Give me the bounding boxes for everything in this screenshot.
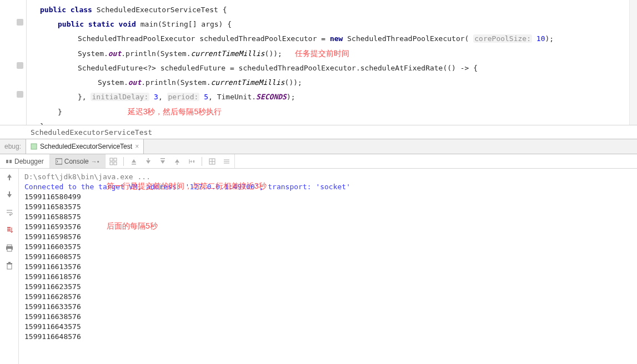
svg-rect-20 [9,191,10,194]
annotation-interval: 后面的每隔5秒 [107,221,158,231]
down-stack-icon[interactable] [158,157,167,166]
console-line-ts: 1599116618576 [24,272,631,282]
console-line-ts: 1599116623575 [24,282,631,292]
debug-label: ebug: [0,139,26,154]
separator [202,157,202,166]
svg-rect-9 [148,158,149,160]
separator [123,157,124,166]
soft-wrap-icon[interactable] [4,208,14,218]
code-line: public static void main(String[] args) { [32,17,631,32]
grid-icon[interactable] [208,157,217,166]
annotation-submit-time: 任务提交前时间 [295,49,349,58]
debug-run-tab[interactable]: ScheduledExecutorServiceTest × [26,139,144,154]
svg-rect-1 [6,160,8,163]
gutter-marker[interactable] [17,62,23,69]
console-line-ts: 1599116583575 [24,202,631,212]
editor-gutter [0,0,27,125]
svg-rect-21 [7,245,12,246]
svg-rect-26 [8,262,11,263]
console-toolbar [106,154,235,168]
svg-rect-8 [132,164,136,165]
down-icon[interactable] [144,157,153,166]
svg-rect-0 [31,144,37,149]
svg-rect-25 [7,263,12,264]
svg-rect-10 [160,158,165,159]
arrow-up-icon[interactable] [4,172,14,182]
arrow-down-icon[interactable] [4,190,14,200]
code-line: System.out.println(System.currentTimeMil… [32,46,631,61]
up-icon[interactable] [173,157,182,166]
gutter-marker[interactable] [17,91,23,98]
tab-debugger[interactable]: Debugger [0,154,50,168]
code-line: System.out.println(System.currentTimeMil… [32,75,631,90]
svg-rect-12 [193,160,194,163]
svg-rect-4 [110,158,113,161]
svg-rect-5 [114,158,117,161]
svg-rect-19 [9,178,10,180]
console-left-toolbar [0,169,19,364]
code-line: } [32,119,631,125]
svg-rect-6 [110,162,113,165]
console-line-ts: 1599116608575 [24,252,631,262]
svg-rect-11 [177,163,178,165]
annotation-delay: 延迟3秒，然后每隔5秒执行 [128,107,222,116]
console-line-ts: 1599116598576 [24,232,631,242]
debugger-icon [6,158,12,165]
code-line: ScheduledThreadPoolExecutor scheduledThr… [32,32,631,46]
tab-console[interactable]: Console →• [50,154,106,168]
scroll-to-end-icon[interactable] [4,225,14,235]
step-icon[interactable] [187,157,196,166]
console-line-ts: 1599116603575 [24,242,631,252]
console-line-ts: 1599116643575 [24,322,631,332]
code-line: } 延迟3秒，然后每隔5秒执行 [32,104,631,119]
pin-icon[interactable]: →• [91,158,99,165]
debug-sub-tab-bar: Debugger Console →• [0,154,637,169]
code-line: }, initialDelay: 3, period: 5, TimeUnit.… [32,90,631,104]
annotation-first-line: 第一行是提交前的时间，与第二行相差接近3秒 [107,181,267,191]
run-config-icon [31,143,37,150]
layout-icon[interactable] [109,157,118,166]
svg-rect-7 [114,162,117,165]
svg-rect-2 [9,160,12,163]
console-icon [56,158,62,165]
console-pane: D:\soft\jdk8\bin\java.exe ... Connected … [0,169,637,364]
debug-tab-label: ScheduledExecutorServiceTest [40,143,132,150]
up-stack-icon[interactable] [129,157,138,166]
breadcrumb[interactable]: ScheduledExecutorServiceTest [0,125,637,139]
console-output[interactable]: D:\soft\jdk8\bin\java.exe ... Connected … [19,169,637,364]
gutter-marker[interactable] [17,19,23,26]
print-icon[interactable] [4,243,14,253]
console-line-ts: 1599116613576 [24,262,631,272]
editor-pane: public class ScheduledExecutorServiceTes… [0,0,637,125]
svg-rect-23 [7,249,12,251]
list-icon[interactable] [222,157,231,166]
code-line: ScheduledFuture<?> scheduledFuture = sch… [32,61,631,75]
console-line-ts: 1599116633576 [24,302,631,312]
trash-icon[interactable] [4,261,14,271]
console-line-ts: 1599116638576 [24,312,631,322]
code-line: public class ScheduledExecutorServiceTes… [32,3,631,17]
close-icon[interactable]: × [135,143,139,150]
console-line-ts: 1599116628576 [24,292,631,302]
svg-rect-24 [7,264,12,269]
code-area[interactable]: public class ScheduledExecutorServiceTes… [27,0,637,125]
svg-rect-3 [56,159,62,164]
console-line-ts: 1599116580499 [24,192,631,202]
console-line-ts: 1599116648576 [24,332,631,342]
debug-tool-window-header: ebug: ScheduledExecutorServiceTest × [0,139,637,154]
